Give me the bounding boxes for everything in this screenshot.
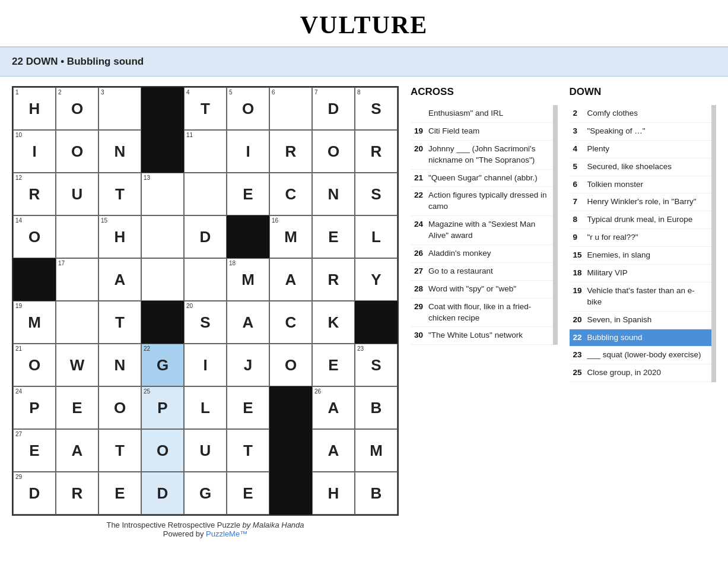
cell-r8-c0[interactable]: 27E: [13, 429, 56, 472]
down-clue-item[interactable]: 22Bubbling sound: [570, 329, 712, 347]
cell-r0-c0[interactable]: 1H: [13, 87, 56, 130]
across-clue-item[interactable]: 30"The White Lotus" network: [411, 327, 553, 345]
cell-r2-c0[interactable]: 12R: [13, 173, 56, 215]
cell-r0-c6[interactable]: 6: [269, 87, 312, 130]
down-clue-item[interactable]: 15Enemies, in slang: [570, 247, 712, 265]
cell-r5-c6[interactable]: C: [269, 301, 312, 344]
cell-r0-c3[interactable]: [141, 87, 184, 130]
cell-r1-c2[interactable]: N: [98, 130, 141, 173]
across-clue-item[interactable]: 21"Queen Sugar" channel (abbr.): [411, 170, 553, 188]
cell-r6-c7[interactable]: E: [312, 344, 355, 386]
cell-r2-c1[interactable]: U: [56, 173, 98, 215]
cell-r1-c3[interactable]: [141, 130, 184, 173]
cell-r9-c7[interactable]: H: [312, 472, 355, 515]
cell-r2-c8[interactable]: S: [355, 173, 398, 215]
cell-r3-c1[interactable]: [56, 215, 98, 258]
down-clue-item[interactable]: 9"r u for real??": [570, 229, 712, 247]
cell-r4-c6[interactable]: A: [269, 258, 312, 301]
cell-r7-c6[interactable]: [269, 386, 312, 429]
cell-r8-c2[interactable]: T: [98, 429, 141, 472]
puzzleme-link[interactable]: PuzzleMe™: [206, 529, 247, 538]
cell-r7-c5[interactable]: E: [227, 386, 269, 429]
cell-r9-c2[interactable]: E: [98, 472, 141, 515]
cell-r0-c1[interactable]: 2O: [56, 87, 98, 130]
cell-r3-c3[interactable]: [141, 215, 184, 258]
cell-r2-c5[interactable]: E: [227, 173, 269, 215]
down-clue-item[interactable]: 8Typical drunk meal, in Europe: [570, 211, 712, 229]
cell-r5-c3[interactable]: [141, 301, 184, 344]
cell-r9-c1[interactable]: R: [56, 472, 98, 515]
down-clue-item[interactable]: 6Tolkien monster: [570, 176, 712, 194]
cell-r5-c0[interactable]: 19M: [13, 301, 56, 344]
across-clue-item[interactable]: 24Magazine with a "Sexiest Man Alive" aw…: [411, 216, 553, 245]
cell-r7-c0[interactable]: 24P: [13, 386, 56, 429]
cell-r2-c2[interactable]: T: [98, 173, 141, 215]
cell-r5-c7[interactable]: K: [312, 301, 355, 344]
cell-r1-c8[interactable]: R: [355, 130, 398, 173]
across-clue-item[interactable]: 26Aladdin's monkey: [411, 245, 553, 263]
cell-r1-c5[interactable]: I: [227, 130, 269, 173]
cell-r6-c5[interactable]: J: [227, 344, 269, 386]
cell-r7-c3[interactable]: 25P: [141, 386, 184, 429]
cell-r9-c5[interactable]: E: [227, 472, 269, 515]
across-clue-item[interactable]: 27Go to a restaurant: [411, 263, 553, 281]
cell-r3-c2[interactable]: 15H: [98, 215, 141, 258]
cell-r1-c1[interactable]: O: [56, 130, 98, 173]
down-clue-item[interactable]: 3"Speaking of …": [570, 123, 712, 141]
cell-r6-c2[interactable]: N: [98, 344, 141, 386]
cell-r3-c6[interactable]: 16M: [269, 215, 312, 258]
cell-r3-c5[interactable]: [227, 215, 269, 258]
cell-r0-c8[interactable]: 8S: [355, 87, 398, 130]
cell-r5-c2[interactable]: T: [98, 301, 141, 344]
cell-r9-c8[interactable]: B: [355, 472, 398, 515]
down-clue-item[interactable]: 5Secured, like shoelaces: [570, 158, 712, 176]
across-clue-item[interactable]: 29Coat with flour, like in a fried-chick…: [411, 299, 553, 328]
cell-r9-c4[interactable]: G: [184, 472, 227, 515]
cell-r8-c7[interactable]: A: [312, 429, 355, 472]
cell-r8-c8[interactable]: M: [355, 429, 398, 472]
across-clue-list[interactable]: Enthusiasm" and IRL19Citi Field team20Jo…: [411, 105, 558, 345]
cell-r1-c7[interactable]: O: [312, 130, 355, 173]
cell-r0-c4[interactable]: 4T: [184, 87, 227, 130]
cell-r6-c3[interactable]: 22G: [141, 344, 184, 386]
cell-r3-c7[interactable]: E: [312, 215, 355, 258]
cell-r0-c5[interactable]: 5O: [227, 87, 269, 130]
cell-r8-c1[interactable]: A: [56, 429, 98, 472]
down-clue-list[interactable]: 2Comfy clothes3"Speaking of …"4Plenty5Se…: [570, 105, 717, 382]
cell-r1-c0[interactable]: 10I: [13, 130, 56, 173]
cell-r4-c4[interactable]: [184, 258, 227, 301]
cell-r4-c2[interactable]: A: [98, 258, 141, 301]
cell-r8-c6[interactable]: [269, 429, 312, 472]
cell-r3-c0[interactable]: 14O: [13, 215, 56, 258]
cell-r2-c6[interactable]: C: [269, 173, 312, 215]
across-clue-item[interactable]: 20Johnny ___ (John Sacrimoni's nickname …: [411, 141, 553, 170]
cell-r8-c4[interactable]: U: [184, 429, 227, 472]
down-clue-item[interactable]: 18Military VIP: [570, 265, 712, 282]
cell-r6-c8[interactable]: 23S: [355, 344, 398, 386]
down-clue-item[interactable]: 2Comfy clothes: [570, 105, 712, 123]
cell-r3-c8[interactable]: L: [355, 215, 398, 258]
cell-r6-c6[interactable]: O: [269, 344, 312, 386]
cell-r8-c5[interactable]: T: [227, 429, 269, 472]
down-clue-item[interactable]: 25Close group, in 2020: [570, 364, 712, 382]
cell-r7-c4[interactable]: L: [184, 386, 227, 429]
cell-r6-c0[interactable]: 21O: [13, 344, 56, 386]
down-clue-item[interactable]: 23___ squat (lower-body exercise): [570, 347, 712, 364]
down-clue-item[interactable]: 20Seven, in Spanish: [570, 312, 712, 329]
cell-r7-c8[interactable]: B: [355, 386, 398, 429]
cell-r2-c3[interactable]: 13: [141, 173, 184, 215]
cell-r1-c6[interactable]: R: [269, 130, 312, 173]
cell-r9-c0[interactable]: 29D: [13, 472, 56, 515]
cell-r4-c8[interactable]: Y: [355, 258, 398, 301]
down-clue-item[interactable]: 7Henry Winkler's role, in "Barry": [570, 193, 712, 211]
crossword-grid[interactable]: 1H2O34T5O67D8S10ION11IROR12RUT13ECNS14O1…: [12, 86, 399, 516]
cell-r6-c4[interactable]: I: [184, 344, 227, 386]
cell-r4-c1[interactable]: 17: [56, 258, 98, 301]
cell-r9-c6[interactable]: [269, 472, 312, 515]
cell-r2-c7[interactable]: N: [312, 173, 355, 215]
cell-r5-c8[interactable]: [355, 301, 398, 344]
down-clue-item[interactable]: 4Plenty: [570, 141, 712, 158]
cell-r9-c3[interactable]: D: [141, 472, 184, 515]
cell-r7-c1[interactable]: E: [56, 386, 98, 429]
across-clue-item[interactable]: 19Citi Field team: [411, 123, 553, 141]
